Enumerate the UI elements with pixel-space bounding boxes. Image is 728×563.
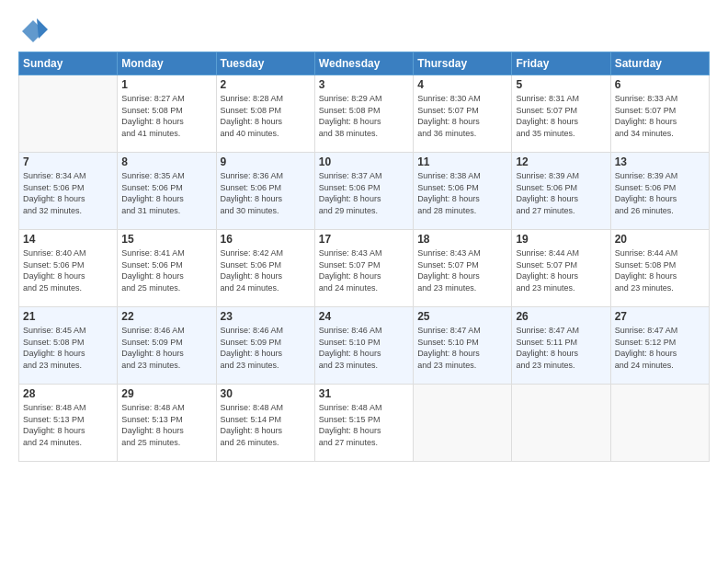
col-header-monday: Monday bbox=[118, 52, 216, 75]
day-info: Sunrise: 8:48 AM Sunset: 5:13 PM Dayligh… bbox=[121, 402, 211, 448]
week-row-1: 1Sunrise: 8:27 AM Sunset: 5:08 PM Daylig… bbox=[19, 75, 710, 153]
day-info: Sunrise: 8:43 AM Sunset: 5:07 PM Dayligh… bbox=[319, 247, 409, 293]
day-number: 10 bbox=[319, 155, 409, 168]
day-info: Sunrise: 8:40 AM Sunset: 5:06 PM Dayligh… bbox=[23, 247, 113, 293]
calendar-cell: 22Sunrise: 8:46 AM Sunset: 5:09 PM Dayli… bbox=[118, 307, 216, 385]
calendar-cell: 29Sunrise: 8:48 AM Sunset: 5:13 PM Dayli… bbox=[118, 385, 216, 462]
day-number: 6 bbox=[615, 78, 705, 91]
calendar-cell bbox=[512, 385, 610, 462]
calendar-cell: 11Sunrise: 8:38 AM Sunset: 5:06 PM Dayli… bbox=[414, 153, 512, 230]
day-info: Sunrise: 8:47 AM Sunset: 5:11 PM Dayligh… bbox=[516, 325, 606, 371]
day-info: Sunrise: 8:29 AM Sunset: 5:08 PM Dayligh… bbox=[319, 93, 409, 139]
day-info: Sunrise: 8:46 AM Sunset: 5:09 PM Dayligh… bbox=[121, 325, 211, 371]
day-number: 13 bbox=[615, 155, 705, 168]
calendar-cell bbox=[19, 75, 118, 153]
day-number: 18 bbox=[417, 233, 507, 246]
calendar-cell: 6Sunrise: 8:33 AM Sunset: 5:07 PM Daylig… bbox=[610, 75, 709, 153]
calendar-cell: 17Sunrise: 8:43 AM Sunset: 5:07 PM Dayli… bbox=[314, 230, 413, 307]
day-number: 11 bbox=[417, 155, 507, 168]
day-info: Sunrise: 8:41 AM Sunset: 5:06 PM Dayligh… bbox=[121, 247, 211, 293]
day-number: 22 bbox=[121, 310, 211, 323]
calendar-cell: 10Sunrise: 8:37 AM Sunset: 5:06 PM Dayli… bbox=[314, 153, 413, 230]
day-number: 5 bbox=[516, 78, 606, 91]
col-header-thursday: Thursday bbox=[414, 52, 512, 75]
header bbox=[18, 17, 710, 42]
day-info: Sunrise: 8:38 AM Sunset: 5:06 PM Dayligh… bbox=[417, 170, 507, 216]
day-number: 7 bbox=[23, 155, 113, 168]
day-info: Sunrise: 8:48 AM Sunset: 5:13 PM Dayligh… bbox=[23, 402, 113, 448]
calendar-cell: 18Sunrise: 8:43 AM Sunset: 5:07 PM Dayli… bbox=[414, 230, 512, 307]
week-row-4: 21Sunrise: 8:45 AM Sunset: 5:08 PM Dayli… bbox=[19, 307, 710, 385]
week-row-5: 28Sunrise: 8:48 AM Sunset: 5:13 PM Dayli… bbox=[19, 385, 710, 462]
day-info: Sunrise: 8:36 AM Sunset: 5:06 PM Dayligh… bbox=[221, 170, 311, 216]
day-number: 20 bbox=[615, 233, 705, 246]
day-number: 26 bbox=[516, 310, 606, 323]
calendar-cell: 30Sunrise: 8:48 AM Sunset: 5:14 PM Dayli… bbox=[216, 385, 314, 462]
day-info: Sunrise: 8:44 AM Sunset: 5:07 PM Dayligh… bbox=[516, 247, 606, 293]
day-number: 3 bbox=[319, 78, 409, 91]
calendar-cell: 3Sunrise: 8:29 AM Sunset: 5:08 PM Daylig… bbox=[314, 75, 413, 153]
day-info: Sunrise: 8:33 AM Sunset: 5:07 PM Dayligh… bbox=[615, 93, 705, 139]
day-number: 31 bbox=[319, 387, 409, 400]
day-info: Sunrise: 8:47 AM Sunset: 5:12 PM Dayligh… bbox=[615, 325, 705, 371]
day-number: 19 bbox=[516, 233, 606, 246]
week-row-3: 14Sunrise: 8:40 AM Sunset: 5:06 PM Dayli… bbox=[19, 230, 710, 307]
day-info: Sunrise: 8:44 AM Sunset: 5:08 PM Dayligh… bbox=[615, 247, 705, 293]
day-number: 24 bbox=[319, 310, 409, 323]
col-header-tuesday: Tuesday bbox=[216, 52, 314, 75]
calendar-cell: 15Sunrise: 8:41 AM Sunset: 5:06 PM Dayli… bbox=[118, 230, 216, 307]
day-info: Sunrise: 8:48 AM Sunset: 5:14 PM Dayligh… bbox=[221, 402, 311, 448]
calendar-cell: 13Sunrise: 8:39 AM Sunset: 5:06 PM Dayli… bbox=[610, 153, 709, 230]
calendar-cell: 28Sunrise: 8:48 AM Sunset: 5:13 PM Dayli… bbox=[19, 385, 118, 462]
calendar-cell: 16Sunrise: 8:42 AM Sunset: 5:06 PM Dayli… bbox=[216, 230, 314, 307]
day-number: 23 bbox=[221, 310, 311, 323]
calendar-cell: 23Sunrise: 8:46 AM Sunset: 5:09 PM Dayli… bbox=[216, 307, 314, 385]
day-info: Sunrise: 8:35 AM Sunset: 5:06 PM Dayligh… bbox=[121, 170, 211, 216]
col-header-friday: Friday bbox=[512, 52, 610, 75]
day-info: Sunrise: 8:27 AM Sunset: 5:08 PM Dayligh… bbox=[121, 93, 211, 139]
calendar-cell: 14Sunrise: 8:40 AM Sunset: 5:06 PM Dayli… bbox=[19, 230, 118, 307]
day-info: Sunrise: 8:37 AM Sunset: 5:06 PM Dayligh… bbox=[319, 170, 409, 216]
day-number: 30 bbox=[221, 387, 311, 400]
calendar-cell: 8Sunrise: 8:35 AM Sunset: 5:06 PM Daylig… bbox=[118, 153, 216, 230]
calendar-cell: 19Sunrise: 8:44 AM Sunset: 5:07 PM Dayli… bbox=[512, 230, 610, 307]
day-info: Sunrise: 8:46 AM Sunset: 5:09 PM Dayligh… bbox=[221, 325, 311, 371]
day-number: 1 bbox=[121, 78, 211, 91]
day-info: Sunrise: 8:39 AM Sunset: 5:06 PM Dayligh… bbox=[516, 170, 606, 216]
calendar-cell: 2Sunrise: 8:28 AM Sunset: 5:08 PM Daylig… bbox=[216, 75, 314, 153]
calendar-cell: 25Sunrise: 8:47 AM Sunset: 5:10 PM Dayli… bbox=[414, 307, 512, 385]
day-number: 27 bbox=[615, 310, 705, 323]
calendar-cell: 26Sunrise: 8:47 AM Sunset: 5:11 PM Dayli… bbox=[512, 307, 610, 385]
day-info: Sunrise: 8:28 AM Sunset: 5:08 PM Dayligh… bbox=[221, 93, 311, 139]
calendar-cell: 27Sunrise: 8:47 AM Sunset: 5:12 PM Dayli… bbox=[610, 307, 709, 385]
calendar-cell: 20Sunrise: 8:44 AM Sunset: 5:08 PM Dayli… bbox=[610, 230, 709, 307]
week-row-2: 7Sunrise: 8:34 AM Sunset: 5:06 PM Daylig… bbox=[19, 153, 710, 230]
day-number: 4 bbox=[417, 78, 507, 91]
calendar-cell: 1Sunrise: 8:27 AM Sunset: 5:08 PM Daylig… bbox=[118, 75, 216, 153]
calendar-cell: 4Sunrise: 8:30 AM Sunset: 5:07 PM Daylig… bbox=[414, 75, 512, 153]
calendar-cell: 7Sunrise: 8:34 AM Sunset: 5:06 PM Daylig… bbox=[19, 153, 118, 230]
day-info: Sunrise: 8:45 AM Sunset: 5:08 PM Dayligh… bbox=[23, 325, 113, 371]
col-header-saturday: Saturday bbox=[610, 52, 709, 75]
day-number: 14 bbox=[23, 233, 113, 246]
svg-marker-1 bbox=[37, 18, 48, 39]
day-number: 16 bbox=[221, 233, 311, 246]
day-info: Sunrise: 8:34 AM Sunset: 5:06 PM Dayligh… bbox=[23, 170, 113, 216]
page: SundayMondayTuesdayWednesdayThursdayFrid… bbox=[0, 0, 728, 563]
day-info: Sunrise: 8:47 AM Sunset: 5:10 PM Dayligh… bbox=[417, 325, 507, 371]
col-header-sunday: Sunday bbox=[19, 52, 118, 75]
day-info: Sunrise: 8:46 AM Sunset: 5:10 PM Dayligh… bbox=[319, 325, 409, 371]
day-info: Sunrise: 8:39 AM Sunset: 5:06 PM Dayligh… bbox=[615, 170, 705, 216]
day-info: Sunrise: 8:43 AM Sunset: 5:07 PM Dayligh… bbox=[417, 247, 507, 293]
calendar-cell: 5Sunrise: 8:31 AM Sunset: 5:07 PM Daylig… bbox=[512, 75, 610, 153]
day-number: 8 bbox=[121, 155, 211, 168]
day-number: 15 bbox=[121, 233, 211, 246]
day-number: 21 bbox=[23, 310, 113, 323]
day-number: 17 bbox=[319, 233, 409, 246]
day-info: Sunrise: 8:30 AM Sunset: 5:07 PM Dayligh… bbox=[417, 93, 507, 139]
day-info: Sunrise: 8:48 AM Sunset: 5:15 PM Dayligh… bbox=[319, 402, 409, 448]
header-row: SundayMondayTuesdayWednesdayThursdayFrid… bbox=[19, 52, 710, 75]
day-number: 12 bbox=[516, 155, 606, 168]
calendar-cell: 21Sunrise: 8:45 AM Sunset: 5:08 PM Dayli… bbox=[19, 307, 118, 385]
calendar-cell: 24Sunrise: 8:46 AM Sunset: 5:10 PM Dayli… bbox=[314, 307, 413, 385]
